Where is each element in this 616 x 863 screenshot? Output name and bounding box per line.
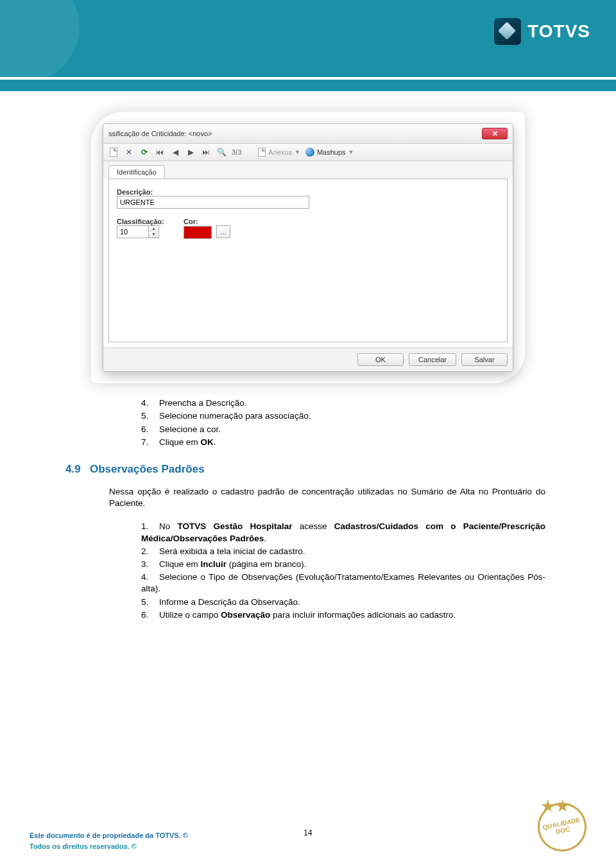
- list-item: 4.Selecione o Tipo de Observações (Evolu…: [141, 571, 545, 595]
- label-classificacao: Classificação:: [117, 218, 164, 225]
- spinner-up-icon[interactable]: ▲: [149, 226, 158, 232]
- header-banner: TOTVS: [0, 0, 616, 77]
- list-item: 6.Utilize o campo Observação para inclui…: [141, 609, 545, 621]
- pager-text: 3/3: [232, 148, 241, 156]
- toolbar: ✕ ⟳ ⏮ ◀ ▶ ⏭ 🔍 3/3 Anexos ▼ Mashups ▼: [103, 144, 513, 161]
- form-panel: Descrição: Classificação: ▲ ▼ Cor:: [108, 179, 508, 342]
- tab-identificacao[interactable]: Identificação: [108, 165, 165, 179]
- section-number: 4.9: [65, 462, 90, 477]
- section-paragraph: Nessa opção é realizado o cadastro padrã…: [109, 486, 545, 509]
- tab-row: Identificação: [103, 161, 513, 179]
- next-icon[interactable]: ▶: [185, 147, 196, 157]
- delete-icon[interactable]: ✕: [124, 147, 134, 157]
- label-cor: Cor:: [184, 218, 230, 225]
- color-swatch: [184, 226, 212, 239]
- classificacao-input[interactable]: [117, 225, 149, 238]
- first-icon[interactable]: ⏮: [155, 147, 165, 157]
- list-item: 3.Clique em Incluir (página em branco).: [141, 559, 545, 570]
- list-item: 2.Será exibida a tela inicial de cadastr…: [141, 546, 545, 557]
- page-footer: Este documento é de propriedade da TOTVS…: [0, 800, 616, 851]
- footer-copyright: Este documento é de propriedade da TOTVS…: [30, 830, 188, 851]
- brand-logo: TOTVS: [494, 18, 590, 45]
- ok-button[interactable]: OK: [357, 353, 404, 366]
- cube-icon: [494, 18, 521, 45]
- prev-icon[interactable]: ◀: [170, 147, 180, 157]
- anexos-dropdown[interactable]: Anexos ▼: [258, 148, 300, 157]
- list-item: 1.No TOTVS Gestão Hospitalar acesse Cada…: [141, 521, 545, 544]
- list-item: Preencha a Descrição.: [141, 397, 545, 409]
- search-icon[interactable]: 🔍: [216, 147, 227, 157]
- color-picker-button[interactable]: ...: [216, 225, 230, 238]
- steps-list-a: Preencha a Descrição.Selecione numeração…: [90, 397, 545, 448]
- titlebar: ssificação de Criticidade: <novo> ✕: [103, 124, 513, 144]
- close-icon: ✕: [492, 130, 498, 138]
- last-icon[interactable]: ⏭: [201, 147, 211, 157]
- globe-icon: [305, 148, 314, 157]
- descricao-input[interactable]: [117, 196, 309, 209]
- button-row: OK Cancelar Salvar: [103, 347, 513, 371]
- section-title: Observações Padrões: [90, 463, 205, 475]
- banner-strip: [0, 80, 616, 91]
- chevron-down-icon: ▼: [295, 149, 300, 155]
- list-item: 5.Informe a Descrição da Observação.: [141, 597, 545, 608]
- chevron-down-icon: ▼: [348, 149, 354, 155]
- list-item: Clique em OK.: [141, 437, 545, 448]
- dialog-window: ssificação de Criticidade: <novo> ✕ ✕ ⟳ …: [103, 123, 513, 372]
- classificacao-spinner[interactable]: ▲ ▼: [117, 225, 162, 238]
- label-descricao: Descrição:: [117, 188, 499, 196]
- spinner-down-icon[interactable]: ▼: [149, 232, 158, 238]
- new-icon[interactable]: [108, 147, 119, 157]
- window-title: ssificação de Criticidade: <novo>: [108, 130, 212, 137]
- section-heading: 4.9Observações Padrões: [65, 462, 545, 477]
- list-item: Selecione a cor.: [141, 424, 545, 435]
- cancel-button[interactable]: Cancelar: [409, 353, 456, 366]
- screenshot-frame: ssificação de Criticidade: <novo> ✕ ✕ ⟳ …: [103, 123, 513, 372]
- close-button[interactable]: ✕: [482, 128, 508, 139]
- brand-name: TOTVS: [527, 21, 590, 42]
- list-item: Selecione numeração para associação.: [141, 410, 545, 422]
- quality-badge: ★★ QUALIDADE DOC: [529, 800, 586, 851]
- mashups-dropdown[interactable]: Mashups ▼: [305, 148, 354, 157]
- document-body: Preencha a Descrição.Selecione numeração…: [90, 397, 545, 621]
- attachment-icon: [258, 148, 266, 157]
- steps-list-b: 1.No TOTVS Gestão Hospitalar acesse Cada…: [90, 521, 545, 621]
- refresh-icon[interactable]: ⟳: [139, 147, 150, 157]
- save-button[interactable]: Salvar: [461, 353, 508, 366]
